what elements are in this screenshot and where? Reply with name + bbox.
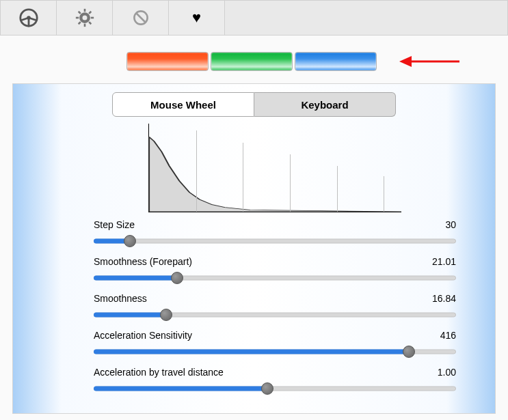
svg-rect-10 <box>88 21 92 25</box>
favorite-button[interactable]: ♥ <box>169 1 225 35</box>
chart-step-marker <box>337 166 338 212</box>
slider-track[interactable] <box>94 233 456 249</box>
slider-value: 416 <box>440 330 456 341</box>
slider-value: 30 <box>445 219 456 230</box>
svg-rect-5 <box>75 17 78 19</box>
svg-rect-6 <box>90 17 93 19</box>
slider-label: Acceleration by travel distance <box>94 367 224 378</box>
preset-green[interactable] <box>211 52 293 71</box>
tab-keyboard[interactable]: Keyboard <box>254 92 396 117</box>
curve-preview-chart <box>148 124 401 212</box>
slider-thumb[interactable] <box>403 346 415 358</box>
slider-row: Smoothness (Forepart)21.01 <box>94 256 456 286</box>
slider-row: Acceleration by travel distance1.00 <box>94 367 456 397</box>
preset-row <box>0 52 508 71</box>
slider-fill <box>94 387 267 391</box>
slider-label: Smoothness (Forepart) <box>94 256 192 267</box>
disable-icon <box>131 8 150 27</box>
slider-row: Step Size30 <box>94 219 456 249</box>
slider-label: Step Size <box>94 219 135 230</box>
slider-track[interactable] <box>94 270 456 286</box>
slider-track[interactable] <box>94 344 456 360</box>
slider-thumb[interactable] <box>124 235 136 247</box>
slider-thumb[interactable] <box>171 272 183 284</box>
steering-wheel-icon <box>18 8 39 28</box>
slider-fill <box>94 350 409 354</box>
gear-icon <box>75 8 94 27</box>
slider-list: Step Size30Smoothness (Forepart)21.01Smo… <box>94 219 456 397</box>
preset-orange[interactable] <box>126 52 209 71</box>
svg-point-11 <box>82 16 87 20</box>
svg-line-13 <box>136 13 146 23</box>
disable-button[interactable] <box>113 1 169 35</box>
chart-step-marker <box>290 154 291 212</box>
gear-button[interactable] <box>57 1 113 35</box>
arrow-left-icon <box>399 53 461 70</box>
slider-label: Smoothness <box>94 293 147 304</box>
heart-icon: ♥ <box>192 9 201 27</box>
curve-path <box>149 124 401 212</box>
slider-label: Acceleration Sensitivity <box>94 330 192 341</box>
slider-value: 1.00 <box>438 367 456 378</box>
slider-row: Smoothness16.84 <box>94 293 456 323</box>
input-mode-segmented: Mouse Wheel Keyboard <box>112 92 396 117</box>
svg-rect-4 <box>83 24 85 27</box>
slider-value: 21.01 <box>432 256 456 267</box>
chart-step-marker <box>243 143 243 212</box>
slider-fill <box>94 313 166 318</box>
toolbar: ♥ <box>0 0 508 36</box>
svg-rect-7 <box>88 11 92 14</box>
svg-rect-9 <box>77 11 81 14</box>
tab-mouse-wheel[interactable]: Mouse Wheel <box>112 92 254 117</box>
callout-arrow <box>399 53 461 70</box>
slider-value: 16.84 <box>432 293 456 304</box>
chart-step-marker <box>384 176 384 212</box>
slider-row: Acceleration Sensitivity416 <box>94 330 456 360</box>
chart-step-marker <box>196 130 197 212</box>
svg-marker-15 <box>399 56 412 67</box>
slider-track[interactable] <box>94 307 456 323</box>
svg-rect-8 <box>77 21 81 25</box>
settings-panel: Mouse Wheel Keyboard Step Size30Smoothne… <box>12 83 496 414</box>
slider-thumb[interactable] <box>261 382 273 395</box>
slider-thumb[interactable] <box>160 309 172 321</box>
slider-track[interactable] <box>94 380 456 397</box>
preset-blue[interactable] <box>295 52 377 71</box>
svg-rect-3 <box>83 9 85 12</box>
steering-wheel-button[interactable] <box>1 1 57 35</box>
slider-fill <box>94 276 177 281</box>
slider-rail <box>94 239 456 244</box>
